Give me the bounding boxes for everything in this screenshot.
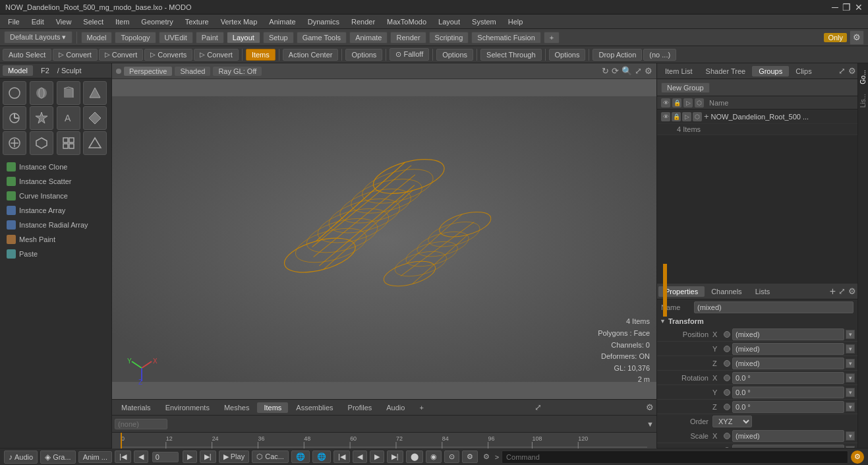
sb-icon-btn-1[interactable]: 🌐 bbox=[291, 450, 310, 463]
scale-y-input[interactable] bbox=[732, 445, 844, 449]
viewport-gear-icon[interactable]: ⚙ bbox=[645, 66, 652, 76]
ptab-gear-icon[interactable]: ⚙ bbox=[848, 286, 856, 296]
btab-profiles[interactable]: Profiles bbox=[341, 402, 379, 413]
menu-item[interactable]: Item bbox=[110, 16, 134, 27]
sb-next-btn[interactable]: ▶ bbox=[183, 450, 197, 463]
col-icon-eye[interactable]: 👁 bbox=[661, 98, 670, 108]
tool-star[interactable] bbox=[30, 106, 53, 130]
rtab-gear-icon[interactable]: ⚙ bbox=[848, 66, 856, 76]
tool-grid[interactable] bbox=[57, 131, 80, 155]
command-input[interactable] bbox=[502, 450, 848, 464]
tool-instance-clone[interactable]: Instance Clone bbox=[3, 160, 109, 173]
options-btn-3[interactable]: Options bbox=[549, 49, 586, 61]
menu-maxtomodo[interactable]: MaxToModo bbox=[382, 16, 432, 27]
menu-texture[interactable]: Texture bbox=[180, 16, 214, 27]
mode-model[interactable]: Model bbox=[3, 65, 33, 76]
gi-icon-lock[interactable]: 🔒 bbox=[672, 112, 681, 121]
col-icon-lock[interactable]: 🔒 bbox=[672, 98, 681, 108]
scale-y-dot[interactable] bbox=[724, 447, 730, 449]
menu-render[interactable]: Render bbox=[346, 16, 380, 27]
frame-input[interactable] bbox=[152, 452, 179, 462]
sb-audio-btn[interactable]: ♪ Audio bbox=[4, 450, 38, 464]
menu-system[interactable]: System bbox=[467, 16, 502, 27]
btab-items[interactable]: Items bbox=[257, 402, 288, 413]
tool-circle[interactable] bbox=[3, 81, 26, 105]
menu-help[interactable]: Help bbox=[503, 16, 529, 27]
btab-audio[interactable]: Audio bbox=[380, 402, 411, 413]
btab-add[interactable]: + bbox=[413, 402, 430, 413]
timeline-none-input[interactable] bbox=[115, 419, 167, 429]
rotation-x-arrow[interactable]: ▾ bbox=[846, 373, 855, 383]
position-z-input[interactable] bbox=[732, 357, 844, 369]
sb-prev-btn[interactable]: ◀ bbox=[134, 450, 148, 463]
tab-topology[interactable]: Topology bbox=[115, 32, 156, 44]
position-z-dot[interactable] bbox=[724, 360, 730, 367]
viewport-dot[interactable] bbox=[116, 69, 121, 74]
tool-diamond[interactable] bbox=[83, 106, 107, 130]
btab-gear-icon[interactable]: ⚙ bbox=[646, 402, 654, 412]
btab-assemblies[interactable]: Assemblies bbox=[289, 402, 339, 413]
btab-materials[interactable]: Materials bbox=[115, 402, 158, 413]
viewport-orbit-icon[interactable]: ↻ bbox=[602, 66, 609, 76]
tab-schematic-fusion[interactable]: Schematic Fusion bbox=[471, 32, 540, 44]
tool-instance-scatter[interactable]: Instance Scatter bbox=[3, 175, 109, 188]
convert-btn-1[interactable]: ▷Convert bbox=[53, 49, 98, 61]
mode-sculpt[interactable]: / Sculpt bbox=[57, 67, 82, 75]
col-icon-grid[interactable]: ⬡ bbox=[695, 98, 704, 108]
rtab-clips[interactable]: Clips bbox=[789, 66, 818, 77]
drop-action-btn[interactable]: Drop Action bbox=[593, 49, 642, 61]
scale-x-arrow[interactable]: ▾ bbox=[846, 431, 855, 441]
options-btn-1[interactable]: Options bbox=[345, 49, 382, 61]
menu-dynamics[interactable]: Dynamics bbox=[303, 16, 345, 27]
position-z-arrow[interactable]: ▾ bbox=[846, 359, 855, 368]
sb-prev-start-btn[interactable]: |◀ bbox=[115, 450, 131, 463]
sb-play-btn[interactable]: ▶ Play bbox=[219, 450, 249, 463]
viewport-reset-icon[interactable]: ⟳ bbox=[612, 66, 619, 76]
rotation-y-input[interactable] bbox=[732, 387, 844, 398]
ptab-expand-icon[interactable]: ⤢ bbox=[838, 286, 846, 296]
transform-section-header[interactable]: ▼ Transform bbox=[657, 315, 857, 327]
viewport-ray-gl[interactable]: Ray GL: Off bbox=[213, 67, 262, 76]
sb-next-end-btn[interactable]: ▶| bbox=[200, 450, 216, 463]
maximize-btn[interactable]: ❐ bbox=[842, 2, 851, 13]
only-badge[interactable]: Only bbox=[824, 33, 847, 42]
layout-gear-btn[interactable]: ⚙ bbox=[850, 30, 864, 45]
tool-sphere[interactable] bbox=[30, 81, 53, 105]
menu-layout[interactable]: Layout bbox=[433, 16, 465, 27]
sb-icon-btn-4[interactable]: ◀ bbox=[353, 450, 367, 463]
position-y-input[interactable] bbox=[732, 343, 844, 355]
tool-plus[interactable] bbox=[3, 131, 26, 155]
tab-uvedit[interactable]: UVEdit bbox=[159, 32, 193, 44]
ptab-lists[interactable]: Lists bbox=[749, 286, 777, 297]
viewport-canvas[interactable]: 4 Items Polygons : Face Channels: 0 Defo… bbox=[112, 79, 656, 399]
rotation-z-dot[interactable] bbox=[724, 404, 730, 410]
tool-text[interactable]: A bbox=[57, 106, 80, 130]
new-group-btn[interactable]: New Group bbox=[661, 82, 710, 93]
rotation-x-input[interactable] bbox=[732, 372, 844, 384]
scale-y-arrow[interactable]: ▾ bbox=[846, 446, 855, 449]
auto-select-btn[interactable]: Auto Select bbox=[3, 49, 51, 61]
position-x-arrow[interactable]: ▾ bbox=[846, 330, 855, 339]
sb-graphics-btn[interactable]: ◈ Gra... bbox=[40, 450, 76, 464]
menu-edit[interactable]: Edit bbox=[26, 16, 49, 27]
sb-icon-btn-6[interactable]: ▶| bbox=[387, 450, 403, 463]
menu-geometry[interactable]: Geometry bbox=[136, 16, 178, 27]
tool-triangle[interactable] bbox=[83, 131, 107, 155]
sb-icon-btn-5[interactable]: ▶ bbox=[370, 450, 384, 463]
menu-animate[interactable]: Animate bbox=[264, 16, 301, 27]
tab-add[interactable]: + bbox=[544, 32, 560, 44]
menu-view[interactable]: View bbox=[51, 16, 77, 27]
select-through-btn[interactable]: Select Through bbox=[480, 49, 541, 61]
tab-animate[interactable]: Animate bbox=[349, 32, 388, 44]
tool-cone[interactable] bbox=[83, 81, 107, 105]
sb-icon-btn-8[interactable]: ◉ bbox=[426, 450, 442, 463]
sb-icon-btn-3[interactable]: |◀ bbox=[333, 450, 350, 463]
orange-indicator-circle[interactable]: ⚙ bbox=[851, 450, 864, 464]
tool-hex[interactable] bbox=[30, 131, 53, 155]
menu-select[interactable]: Select bbox=[78, 16, 109, 27]
prop-name-input[interactable] bbox=[694, 301, 854, 313]
viewport-zoom-icon[interactable]: 🔍 bbox=[622, 66, 632, 76]
tab-layout[interactable]: Layout bbox=[227, 32, 260, 44]
rotation-x-dot[interactable] bbox=[724, 375, 730, 381]
scale-x-input[interactable] bbox=[732, 430, 844, 442]
